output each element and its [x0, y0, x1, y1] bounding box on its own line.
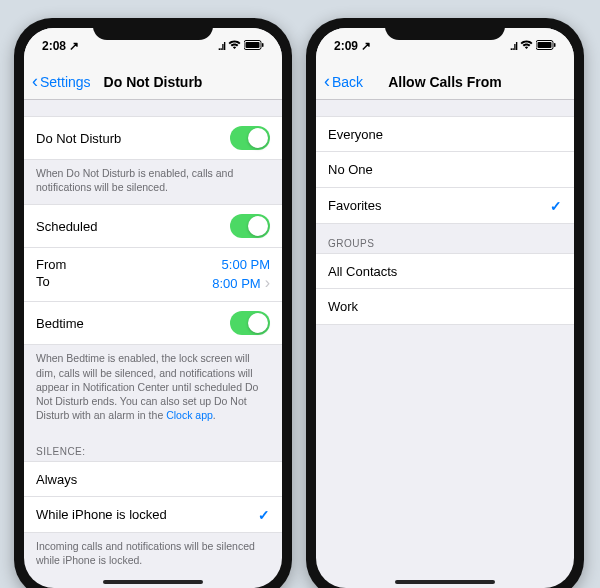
notch [385, 18, 505, 40]
status-right: ..ıl [218, 40, 264, 52]
battery-icon [244, 40, 264, 52]
option-label: No One [328, 162, 373, 177]
to-value: 8:00 PM [212, 276, 260, 291]
svg-rect-5 [554, 43, 556, 47]
nav-bar: ‹ Settings Do Not Disturb [24, 64, 282, 100]
status-time: 2:09 ↗ [334, 39, 371, 53]
notch [93, 18, 213, 40]
chevron-right-icon: › [265, 274, 270, 292]
scheduled-toggle[interactable] [230, 214, 270, 238]
from-label: From [36, 257, 66, 272]
option-label: Everyone [328, 127, 383, 142]
dnd-toggle[interactable] [230, 126, 270, 150]
svg-rect-4 [538, 42, 552, 48]
bedtime-footer: When Bedtime is enabled, the lock screen… [24, 345, 282, 432]
check-icon: ✓ [550, 198, 562, 214]
signal-icon: ..ıl [218, 41, 225, 52]
home-indicator[interactable] [103, 580, 203, 584]
option-no-one[interactable]: No One [316, 152, 574, 188]
status-time: 2:08 ↗ [42, 39, 79, 53]
groups-header: GROUPS [316, 224, 574, 253]
nav-bar: ‹ Back Allow Calls From [316, 64, 574, 100]
battery-icon [536, 40, 556, 52]
phone-right: 2:09 ↗ ..ıl ‹ Back Allow Calls From [306, 18, 584, 588]
while-locked-row[interactable]: While iPhone is locked ✓ [24, 497, 282, 533]
signal-icon: ..ıl [510, 41, 517, 52]
back-label: Settings [40, 74, 91, 90]
page-title: Do Not Disturb [104, 74, 203, 90]
screen: 2:08 ↗ ..ıl ‹ Settings Do Not Disturb [24, 28, 282, 588]
svg-rect-2 [262, 43, 264, 47]
while-locked-label: While iPhone is locked [36, 507, 167, 522]
location-icon: ↗ [69, 39, 79, 53]
svg-rect-1 [246, 42, 260, 48]
bedtime-toggle[interactable] [230, 311, 270, 335]
always-row[interactable]: Always [24, 461, 282, 497]
back-label: Back [332, 74, 363, 90]
back-button[interactable]: ‹ Back [324, 71, 363, 92]
option-everyone[interactable]: Everyone [316, 116, 574, 152]
option-label: Work [328, 299, 358, 314]
screen: 2:09 ↗ ..ıl ‹ Back Allow Calls From [316, 28, 574, 588]
option-label: All Contacts [328, 264, 397, 279]
scheduled-label: Scheduled [36, 219, 97, 234]
to-label: To [36, 274, 50, 292]
content[interactable]: Everyone No One Favorites ✓ GROUPS All C… [316, 100, 574, 588]
wifi-icon [520, 40, 533, 52]
dnd-label: Do Not Disturb [36, 131, 121, 146]
dnd-row[interactable]: Do Not Disturb [24, 116, 282, 160]
from-value: 5:00 PM [222, 257, 270, 272]
option-all-contacts[interactable]: All Contacts [316, 253, 574, 289]
bedtime-label: Bedtime [36, 316, 84, 331]
phone-left: 2:08 ↗ ..ıl ‹ Settings Do Not Disturb [14, 18, 292, 588]
option-label: Favorites [328, 198, 381, 213]
from-to-row[interactable]: From 5:00 PM To 8:00 PM › [24, 248, 282, 302]
chevron-left-icon: ‹ [324, 71, 330, 92]
dnd-footer: When Do Not Disturb is enabled, calls an… [24, 160, 282, 204]
content[interactable]: Do Not Disturb When Do Not Disturb is en… [24, 100, 282, 588]
status-right: ..ıl [510, 40, 556, 52]
back-button[interactable]: ‹ Settings [32, 71, 91, 92]
wifi-icon [228, 40, 241, 52]
home-indicator[interactable] [395, 580, 495, 584]
clock-app-link[interactable]: Clock app [166, 409, 213, 421]
silence-footer: Incoming calls and notifications will be… [24, 533, 282, 577]
always-label: Always [36, 472, 77, 487]
location-icon: ↗ [361, 39, 371, 53]
page-title: Allow Calls From [388, 74, 502, 90]
bedtime-row[interactable]: Bedtime [24, 302, 282, 345]
scheduled-row[interactable]: Scheduled [24, 204, 282, 248]
option-favorites[interactable]: Favorites ✓ [316, 188, 574, 224]
option-work[interactable]: Work [316, 289, 574, 325]
check-icon: ✓ [258, 507, 270, 523]
chevron-left-icon: ‹ [32, 71, 38, 92]
silence-header: SILENCE: [24, 432, 282, 461]
